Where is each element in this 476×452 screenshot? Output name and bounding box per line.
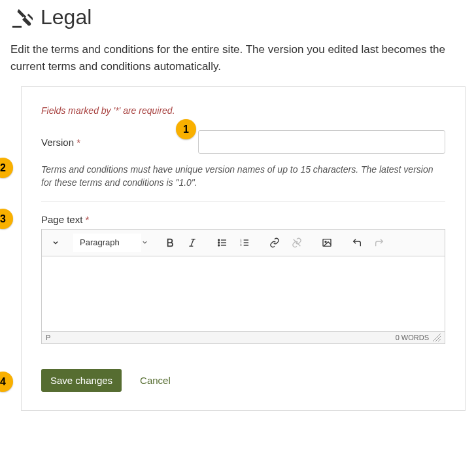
editor-toolbar: Paragraph 123 [42, 230, 445, 256]
svg-point-8 [218, 245, 220, 246]
page-title-text: Legal [41, 5, 92, 29]
svg-line-2 [191, 239, 194, 246]
svg-point-7 [218, 242, 220, 243]
callout-4: 4 [0, 372, 13, 392]
toolbar-expand-button[interactable] [47, 234, 64, 251]
editor-path: P [46, 334, 50, 341]
redo-button[interactable] [369, 234, 389, 252]
resize-handle-icon[interactable] [433, 334, 441, 341]
page-text-label: Page text [41, 214, 82, 225]
callout-1: 1 [176, 119, 196, 139]
cancel-button[interactable]: Cancel [136, 374, 175, 387]
word-count: 0 WORDS [396, 334, 429, 341]
italic-button[interactable] [182, 234, 202, 252]
bullet-list-button[interactable] [212, 234, 232, 252]
numbered-list-button[interactable]: 123 [235, 234, 254, 252]
link-button[interactable] [265, 234, 284, 252]
callout-2: 2 [0, 158, 13, 178]
format-select[interactable]: Paragraph [73, 234, 148, 252]
rich-text-editor: Paragraph 123 [41, 229, 445, 344]
svg-point-6 [218, 239, 220, 241]
version-label: Version * [41, 137, 198, 148]
editor-body[interactable] [42, 256, 445, 331]
bold-button[interactable] [160, 234, 180, 252]
gavel-icon [10, 7, 33, 29]
save-button[interactable]: Save changes [41, 369, 122, 392]
undo-button[interactable] [347, 234, 367, 252]
chevron-down-icon [141, 237, 148, 249]
page-intro: Edit the terms and conditions for the en… [10, 41, 466, 75]
svg-point-17 [325, 241, 326, 242]
image-button[interactable] [317, 234, 337, 252]
required-note: Fields marked by '*' are required. [41, 105, 445, 116]
page-title: Legal [10, 5, 466, 29]
unlink-button[interactable] [287, 234, 307, 252]
svg-text:3: 3 [240, 243, 242, 247]
callout-3: 3 [0, 209, 13, 229]
version-input[interactable] [198, 130, 445, 154]
divider [41, 201, 445, 202]
version-help: Terms and conditions must have unique ve… [41, 163, 445, 190]
form-panel: Fields marked by '*' are required. Versi… [21, 86, 466, 411]
